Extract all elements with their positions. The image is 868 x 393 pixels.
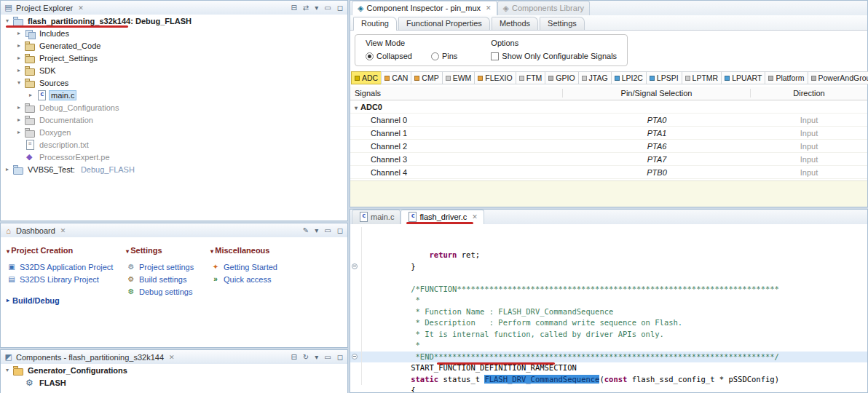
view-menu-icon[interactable] (313, 1, 320, 14)
dashboard-section-header[interactable]: Settings (126, 246, 208, 255)
tree-item[interactable]: ▸ main.c (1, 89, 347, 101)
peripheral-tab[interactable]: LPUART (721, 71, 765, 84)
code-line[interactable]: * Description : Perform command write se… (350, 295, 867, 306)
fold-gutter[interactable] (350, 362, 362, 374)
tree-item[interactable]: ▸ Doxygen (1, 126, 347, 138)
table-row[interactable]: Channel 1 PTA1 Input (350, 127, 867, 140)
tab-components-library[interactable]: Components Library (497, 1, 591, 15)
tree-item[interactable]: description.txt (1, 138, 347, 151)
checkbox-show-only-configurable[interactable]: Show Only Configurable Signals (491, 52, 617, 60)
fold-gutter[interactable] (350, 284, 362, 295)
table-row[interactable]: Channel 4 PTB0 Input (350, 166, 867, 179)
editor-tab-main-c[interactable]: main.c (352, 210, 401, 224)
close-icon[interactable] (472, 213, 478, 221)
fold-gutter[interactable] (350, 295, 362, 306)
tree-item[interactable]: FLASH (1, 376, 347, 389)
tree-item[interactable]: ▸ Project_Settings (1, 52, 347, 64)
close-icon[interactable] (486, 4, 492, 12)
fold-gutter[interactable] (350, 227, 362, 239)
expand-arrow-icon[interactable]: ▸ (15, 104, 23, 111)
fold-gutter[interactable] (350, 272, 362, 284)
collapse-all-icon[interactable] (289, 351, 298, 363)
tree-item[interactable]: ProcessorExpert.pe (1, 151, 347, 163)
expand-arrow-icon[interactable]: ▸ (27, 92, 34, 98)
tree-item[interactable]: ▸ Includes (1, 27, 347, 39)
table-row[interactable]: Channel 0 PTA0 Input (350, 114, 867, 127)
fold-gutter[interactable] (350, 329, 362, 341)
expand-arrow-icon[interactable]: ▸ (15, 67, 23, 74)
inspector-subtab[interactable]: Routing (353, 17, 397, 31)
minimize-icon[interactable] (323, 351, 332, 363)
expand-arrow-icon[interactable]: ▾ (4, 367, 11, 373)
table-row[interactable]: Channel 5 PTB1 Input (350, 179, 867, 181)
maximize-icon[interactable] (336, 1, 344, 14)
link-editor-icon[interactable] (301, 1, 310, 14)
close-icon[interactable] (78, 4, 84, 12)
dashboard-section-header[interactable]: Project Creation (7, 246, 123, 255)
table-row[interactable]: Channel 2 PTA6 Input (350, 140, 867, 153)
tree-item[interactable]: ▸ Generated_Code (1, 39, 347, 52)
fold-gutter[interactable] (350, 317, 362, 329)
peripheral-tab[interactable]: CMP (411, 71, 442, 84)
cell-pin-selection[interactable]: PTB0 (563, 168, 751, 177)
code-line[interactable]: * It is internal function, called by dri… (350, 306, 867, 318)
peripheral-tab[interactable]: LPSPI (646, 71, 682, 84)
dashboard-link[interactable]: Quick access (210, 273, 342, 285)
code-editor[interactable]: return ret; } /*FUNCTION************* (350, 224, 867, 392)
expand-arrow-icon[interactable]: ▾ (4, 17, 11, 24)
code-line[interactable]: START_FUNCTION_DEFINITION_RAMSECTION (350, 340, 867, 352)
peripheral-tab[interactable]: CAN (381, 71, 411, 84)
fold-gutter[interactable] (350, 306, 362, 318)
radio-pins[interactable]: Pins (431, 52, 457, 60)
dashboard-link[interactable]: S32DS Library Project (7, 273, 123, 285)
collapse-all-icon[interactable] (289, 1, 298, 14)
code-line[interactable]: * Function Name : FLASH_DRV_CommandSeque… (350, 284, 867, 295)
column-header-pin-signal[interactable]: Pin/Signal Selection (563, 89, 751, 98)
expand-arrow-icon[interactable]: ▸ (4, 166, 11, 172)
tree-item[interactable]: ▸ Documentation (1, 114, 347, 126)
minimize-icon[interactable] (323, 1, 332, 14)
expand-arrow-icon[interactable]: ▸ (15, 30, 23, 36)
collapse-icon[interactable] (355, 105, 358, 111)
inspector-subtab[interactable]: Settings (540, 17, 585, 30)
code-line[interactable]: /*FUNCTION******************************… (350, 261, 867, 273)
close-icon[interactable] (60, 227, 66, 234)
tree-item[interactable]: ▸ SDK (1, 64, 347, 76)
peripheral-tab[interactable]: EWM (442, 71, 476, 84)
peripheral-tab[interactable]: LPI2C (611, 71, 647, 84)
code-line[interactable]: static status_t FLASH_DRV_CommandSequenc… (350, 352, 867, 363)
peripheral-tab[interactable]: PowerAndGround (808, 71, 868, 84)
peripheral-tab[interactable]: FLEXIO (474, 71, 516, 84)
cell-pin-selection[interactable]: PTA6 (563, 142, 751, 151)
peripheral-tab[interactable]: GPIO (545, 71, 578, 84)
dashboard-link[interactable]: S32DS Application Project (7, 261, 123, 273)
code-line[interactable]: status_t ret = STATUS_SUCCESS; /* Return… (350, 374, 867, 386)
dashboard-link[interactable]: Debug settings (126, 285, 208, 298)
peripheral-tab[interactable]: ADC (351, 71, 382, 84)
column-header-direction[interactable]: Direction (751, 89, 867, 98)
fold-gutter[interactable] (350, 250, 362, 261)
code-line[interactable]: *END************************************… (350, 329, 867, 341)
fold-gutter[interactable] (350, 239, 362, 250)
table-row[interactable]: Channel 3 PTA7 Input (350, 153, 867, 166)
fold-gutter[interactable] (350, 374, 362, 386)
fold-gutter[interactable] (350, 261, 362, 273)
peripheral-tab[interactable]: FTM (516, 71, 546, 84)
expand-arrow-icon[interactable]: ▸ (15, 129, 23, 135)
peripheral-tab[interactable]: Platform (765, 71, 808, 84)
tree-item[interactable]: ▾ Generator_Configurations (1, 364, 347, 376)
expand-arrow-icon[interactable]: ▸ (15, 116, 23, 123)
view-menu-icon[interactable] (313, 351, 320, 363)
close-icon[interactable] (169, 354, 175, 361)
code-line[interactable]: } (350, 239, 867, 250)
tree-item[interactable]: ▸ Debug_Configurations (1, 101, 347, 114)
edit-icon[interactable] (301, 224, 310, 237)
column-header-signals[interactable]: Signals (350, 89, 563, 98)
table-group-row[interactable]: ADC0 (350, 100, 867, 114)
peripheral-tab[interactable]: LPTMR (682, 71, 722, 84)
minimize-icon[interactable] (323, 224, 332, 237)
dashboard-link[interactable]: ▸ Build/Debug (7, 294, 123, 306)
radio-collapsed[interactable]: Collapsed (366, 52, 412, 60)
tab-component-inspector[interactable]: Component Inspector - pin_mux (352, 1, 497, 15)
cell-pin-selection[interactable]: PTA0 (563, 116, 751, 124)
